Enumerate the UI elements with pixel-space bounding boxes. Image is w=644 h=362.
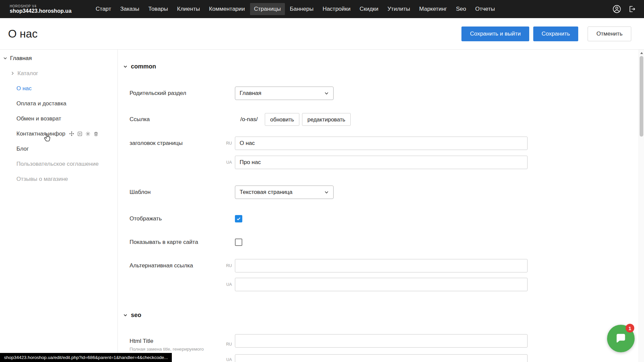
topbar: HOROSHOP V4 shop34423.horoshop.ua Старт … — [0, 0, 644, 18]
sidebar-item-o-nas[interactable]: О нас — [0, 81, 117, 96]
menu-clients[interactable]: Клиенты — [173, 3, 204, 15]
display-label: Отображать — [130, 215, 162, 222]
display-checkbox[interactable] — [235, 215, 242, 222]
add-page-icon[interactable] — [77, 131, 83, 137]
gear-icon[interactable] — [85, 131, 91, 137]
sidebar-item-label: Обмен и возврат — [16, 115, 61, 122]
html-title-ua-input[interactable] — [235, 354, 528, 362]
topbar-icons — [612, 5, 636, 13]
section-seo-label: seo — [131, 312, 141, 319]
status-url-tooltip: shop34423.horoshop.ua/edit/edit.php?id=6… — [0, 353, 172, 362]
tree-item-actions — [69, 131, 99, 137]
sidebar-item-label: Отзывы о магазине — [16, 176, 68, 183]
link-label: Ссылка — [130, 116, 150, 123]
chevron-right-icon — [10, 71, 15, 75]
chevron-down-icon — [123, 64, 128, 69]
sidebar-item-label: Каталог — [17, 70, 38, 77]
sidebar-item-oplata[interactable]: Оплата и доставка — [0, 96, 117, 111]
menu-discounts[interactable]: Скидки — [355, 3, 382, 15]
menu-start[interactable]: Старт — [92, 3, 115, 15]
parent-section-select[interactable]: Главная — [235, 87, 334, 100]
body: Главная Каталог О нас Оплата и доставка … — [0, 49, 644, 362]
page-edit-form: common Родительский раздел Главная Ссылк… — [118, 50, 639, 362]
html-title-label: Html Title — [130, 338, 153, 345]
save-button[interactable]: Сохранить — [533, 27, 578, 41]
status-url-text: shop34423.horoshop.ua/edit/edit.php?id=6… — [4, 355, 168, 360]
logout-icon[interactable] — [628, 5, 636, 13]
lang-tag-ru: RU — [212, 141, 232, 146]
template-value: Текстовая страница — [240, 189, 293, 196]
sidebar-item-label: Оплата и доставка — [16, 100, 66, 107]
lang-tag-ua: UA — [212, 282, 232, 287]
lang-tag-ua: UA — [212, 357, 232, 362]
scrollbar-thumb[interactable] — [640, 56, 643, 137]
header-actions: Сохранить и выйти Сохранить Отменить — [461, 27, 631, 41]
chevron-down-icon — [3, 56, 7, 60]
alt-link-label: Альтернативная ссылка — [130, 262, 193, 269]
brand-domain: shop34423.horoshop.ua — [10, 8, 71, 14]
pages-tree-sidebar: Главная Каталог О нас Оплата и доставка … — [0, 50, 118, 362]
user-account-icon[interactable] — [612, 5, 621, 13]
menu-orders[interactable]: Заказы — [116, 3, 143, 15]
chevron-down-icon — [123, 313, 128, 317]
sitemap-checkbox[interactable] — [235, 239, 242, 246]
menu-seo[interactable]: Seo — [452, 3, 470, 15]
brand-logo[interactable]: HOROSHOP V4 shop34423.horoshop.ua — [10, 4, 71, 14]
refresh-link-button[interactable]: обновить — [265, 113, 299, 126]
page-title-ru-input[interactable] — [235, 137, 528, 150]
html-title-ru-input[interactable] — [235, 334, 528, 348]
menu-products[interactable]: Товары — [144, 3, 172, 15]
alt-link-ua-input[interactable] — [235, 278, 528, 291]
menu-banners[interactable]: Баннеры — [286, 3, 318, 15]
cancel-button[interactable]: Отменить — [588, 27, 631, 41]
menu-settings[interactable]: Настройки — [318, 3, 354, 15]
main-menu: Старт Заказы Товары Клиенты Комментарии … — [92, 3, 499, 15]
sidebar-item-otzyvy[interactable]: Отзывы о магазине — [0, 171, 117, 187]
menu-marketing[interactable]: Маркетинг — [415, 3, 451, 15]
menu-utilities[interactable]: Утилиты — [384, 3, 414, 15]
horoshop-admin-app: HOROSHOP V4 shop34423.horoshop.ua Старт … — [0, 0, 644, 362]
section-common-label: common — [131, 63, 156, 70]
alt-link-ru-input[interactable] — [235, 259, 528, 272]
vertical-scrollbar[interactable] — [639, 50, 644, 362]
section-seo[interactable]: seo — [123, 310, 141, 320]
template-select[interactable]: Текстовая страница — [235, 186, 334, 199]
template-label: Шаблон — [130, 189, 151, 196]
chat-widget-button[interactable]: 1 — [607, 325, 635, 352]
parent-section-label: Родительский раздел — [130, 90, 186, 97]
menu-pages[interactable]: Страницы — [250, 3, 285, 15]
section-common[interactable]: common — [123, 62, 156, 71]
sitemap-label: Показывать в карте сайта — [130, 239, 198, 246]
sidebar-item-glavnaya[interactable]: Главная — [0, 51, 117, 66]
lang-tag-ru: RU — [212, 263, 232, 268]
chat-unread-badge: 1 — [626, 324, 634, 332]
sidebar-item-label: Главная — [10, 55, 32, 62]
menu-comments[interactable]: Комментарии — [205, 3, 249, 15]
chevron-down-icon — [324, 91, 329, 96]
lang-tag-ua: UA — [212, 160, 232, 165]
sidebar-item-label: О нас — [16, 85, 32, 92]
chat-bubble-icon — [614, 332, 628, 345]
save-and-exit-button[interactable]: Сохранить и выйти — [461, 27, 529, 41]
check-icon — [236, 216, 241, 221]
sidebar-item-katalog[interactable]: Каталог — [0, 66, 117, 81]
lang-tag-ru: RU — [212, 342, 232, 347]
sidebar-item-obmen[interactable]: Обмен и возврат — [0, 111, 117, 126]
scrollbar-up-arrow[interactable] — [640, 52, 643, 54]
sidebar-item-soglashenie[interactable]: Пользовательское соглашение — [0, 156, 117, 171]
sidebar-item-blog[interactable]: Блог — [0, 141, 117, 156]
sidebar-item-kontaktnaya[interactable]: Контактная инфор — [0, 126, 117, 141]
page-title-label: заголовок страницы — [130, 140, 183, 147]
menu-reports[interactable]: Отчеты — [471, 3, 499, 15]
html-title-hint: Полная замена title, генерируемого — [130, 347, 204, 352]
page-title-ua-input[interactable] — [235, 156, 528, 169]
trash-icon[interactable] — [93, 131, 99, 137]
edit-link-button[interactable]: редактировать — [302, 113, 351, 126]
page-title: О нас — [8, 28, 38, 40]
sidebar-item-label: Контактная инфор — [16, 131, 65, 137]
move-icon[interactable] — [69, 131, 75, 137]
link-path: /o-nas/ — [240, 116, 258, 123]
parent-section-value: Главная — [240, 90, 261, 97]
brand-version: HOROSHOP V4 — [10, 4, 71, 8]
page-header: О нас Сохранить и выйти Сохранить Отмени… — [0, 18, 644, 49]
